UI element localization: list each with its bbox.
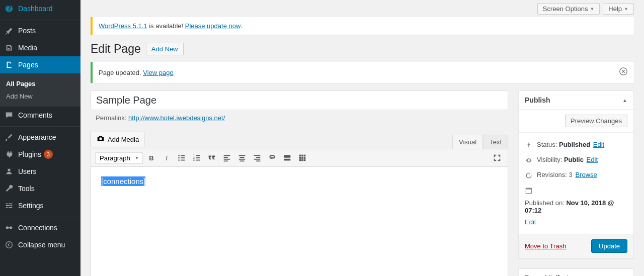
dashboard-icon <box>4 4 14 14</box>
sidebar-item-media[interactable]: Media <box>0 39 80 56</box>
svg-point-9 <box>178 159 180 161</box>
sidebar-label: Pages <box>18 61 38 69</box>
revisions-icon <box>525 171 533 180</box>
italic-button[interactable]: I <box>160 151 173 164</box>
align-left-button[interactable] <box>220 151 233 164</box>
svg-rect-25 <box>254 155 261 156</box>
user-icon <box>4 166 14 176</box>
svg-rect-42 <box>526 188 531 189</box>
svg-rect-20 <box>224 160 228 161</box>
move-to-trash-link[interactable]: Move to Trash <box>525 242 566 250</box>
edit-visibility-link[interactable]: Edit <box>587 156 598 163</box>
publish-heading: Publish▲ <box>519 91 633 110</box>
sidebar-item-tools[interactable]: Tools <box>0 180 80 197</box>
sliders-icon <box>4 201 14 211</box>
page-updated-notice: Page updated. View page <box>91 62 634 83</box>
svg-rect-38 <box>299 159 301 161</box>
update-notice: WordPress 5.1.1 is available! Please upd… <box>91 17 634 35</box>
toggle-panel-icon[interactable]: ▲ <box>622 98 627 103</box>
sidebar-label: Dashboard <box>18 5 53 13</box>
link-button[interactable] <box>266 151 279 164</box>
view-page-link[interactable]: View page <box>143 69 173 76</box>
chevron-down-icon: ▼ <box>590 7 594 12</box>
sidebar-item-posts[interactable]: Posts <box>0 22 80 39</box>
fullscreen-button[interactable] <box>491 151 504 164</box>
add-new-button[interactable]: Add New <box>146 43 184 55</box>
sidebar-item-appearance[interactable]: Appearance <box>0 129 80 146</box>
svg-rect-32 <box>299 155 301 157</box>
svg-rect-31 <box>284 159 291 161</box>
update-now-link[interactable]: Please update now <box>185 22 240 30</box>
align-right-button[interactable] <box>251 151 264 164</box>
sidebar-item-connections[interactable]: Connections <box>0 219 80 236</box>
sidebar-label: Comments <box>18 111 52 119</box>
calendar-icon <box>525 186 533 195</box>
bullet-list-button[interactable] <box>175 151 188 164</box>
align-center-button[interactable] <box>235 151 249 164</box>
publish-metabox: Publish▲ Preview Changes Status: Publish… <box>518 90 634 258</box>
screen-options-button[interactable]: Screen Options ▼ <box>537 3 600 15</box>
wordpress-version-link[interactable]: WordPress 5.1.1 <box>99 22 147 30</box>
svg-rect-24 <box>240 160 245 161</box>
page-title: Edit Page <box>91 42 141 56</box>
svg-rect-16 <box>196 160 200 161</box>
main-content: Screen Options ▼ Help ▼ WordPress 5.1.1 … <box>80 0 644 276</box>
sidebar-item-comments[interactable]: Comments <box>0 107 80 124</box>
format-select[interactable]: Paragraph <box>95 152 143 164</box>
numbered-list-button[interactable]: 123 <box>190 151 203 164</box>
quote-button[interactable] <box>205 151 218 164</box>
svg-rect-10 <box>181 160 185 161</box>
content-editor[interactable]: [connections] <box>91 167 508 276</box>
svg-rect-30 <box>284 157 291 158</box>
preview-changes-button[interactable]: Preview Changes <box>565 115 627 127</box>
edit-date-link[interactable]: Edit <box>525 218 627 226</box>
sidebar-item-dashboard[interactable]: Dashboard <box>0 0 80 17</box>
sidebar-collapse[interactable]: Collapse menu <box>0 236 80 253</box>
svg-rect-27 <box>254 159 261 160</box>
editor-content-selection: [connections] <box>101 176 145 186</box>
page-title-input[interactable] <box>91 90 508 110</box>
svg-rect-19 <box>224 159 230 160</box>
sidebar-label: Settings <box>18 202 44 210</box>
svg-rect-18 <box>224 157 228 158</box>
sidebar-label: Collapse menu <box>18 241 65 249</box>
link-icon <box>4 223 14 233</box>
svg-rect-33 <box>301 155 303 157</box>
sidebar-item-pages[interactable]: Pages <box>0 56 80 73</box>
sidebar-subitem-all-pages[interactable]: All Pages <box>0 77 80 90</box>
sidebar-subitem-add-new[interactable]: Add New <box>0 90 80 103</box>
update-button[interactable]: Update <box>591 239 627 253</box>
media-icon <box>4 43 14 53</box>
svg-rect-6 <box>181 155 185 156</box>
svg-rect-28 <box>256 160 260 161</box>
sidebar-label: Users <box>18 167 37 175</box>
sidebar-item-plugins[interactable]: Plugins 3 <box>0 146 80 163</box>
permalink-url-link[interactable]: http://www.hotel.iwebdesigns.net/ <box>128 114 225 122</box>
svg-point-5 <box>178 155 180 156</box>
dismiss-notice-button[interactable] <box>619 67 628 78</box>
edit-status-link[interactable]: Edit <box>593 141 604 148</box>
page-attributes-metabox: Page Attributes▲ Order Need help? Use th… <box>518 268 634 276</box>
visual-tab[interactable]: Visual <box>452 135 483 149</box>
sidebar-label: Tools <box>18 185 35 193</box>
sidebar-item-users[interactable]: Users <box>0 163 80 180</box>
svg-rect-29 <box>284 155 291 157</box>
help-button[interactable]: Help ▼ <box>603 3 634 15</box>
svg-rect-35 <box>299 157 301 159</box>
eye-icon <box>525 156 533 165</box>
svg-rect-39 <box>301 159 303 161</box>
collapse-icon <box>4 240 14 250</box>
plugins-count-badge: 3 <box>44 150 53 159</box>
sidebar-label: Connections <box>18 224 57 232</box>
bold-button[interactable]: B <box>145 151 158 164</box>
read-more-button[interactable] <box>281 151 294 164</box>
pin-icon <box>525 141 533 150</box>
comment-icon <box>4 110 14 120</box>
browse-revisions-link[interactable]: Browse <box>575 171 597 178</box>
toolbar-toggle-button[interactable] <box>296 151 309 164</box>
sidebar-item-settings[interactable]: Settings <box>0 197 80 214</box>
brush-icon <box>4 132 14 142</box>
wrench-icon <box>4 183 14 194</box>
page-icon <box>4 60 14 70</box>
text-tab[interactable]: Text <box>483 135 508 149</box>
